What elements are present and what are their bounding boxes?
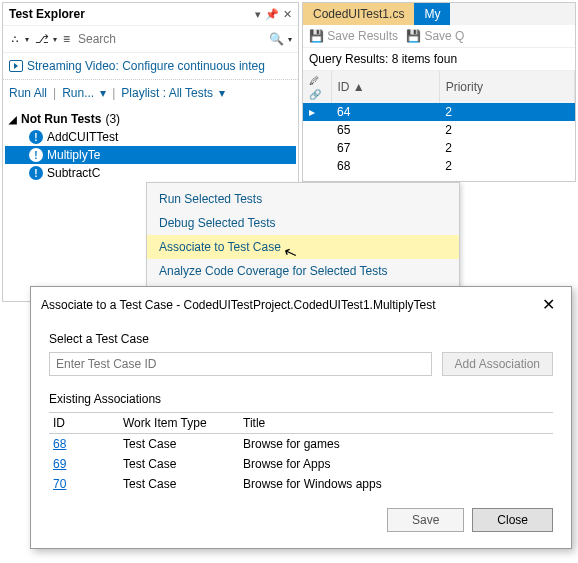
video-icon <box>9 60 23 72</box>
close-button[interactable]: Close <box>472 508 553 532</box>
menu-debug-selected[interactable]: Debug Selected Tests <box>147 211 459 235</box>
tab-my[interactable]: My <box>414 3 450 25</box>
test-item[interactable]: ! AddCUITTest <box>5 128 296 146</box>
playlist-link[interactable]: Playlist : All Tests <box>121 86 213 100</box>
search-icon[interactable]: 🔍 <box>269 32 284 46</box>
save-results-button[interactable]: 💾 Save Results <box>309 29 398 43</box>
work-item-link[interactable]: 70 <box>53 477 66 491</box>
table-row[interactable]: ▸642 <box>303 103 575 121</box>
table-row[interactable]: 69Test CaseBrowse for Apps <box>49 454 553 474</box>
chevron-down-icon[interactable]: ▾ <box>219 86 225 100</box>
test-tree: ◢ Not Run Tests (3) ! AddCUITTest ! Mult… <box>3 106 298 186</box>
sort-asc-icon: ▲ <box>353 80 365 94</box>
dialog-footer: Save Close <box>49 508 553 532</box>
table-row[interactable]: 672 <box>303 139 575 157</box>
associate-dialog: Associate to a Test Case - CodedUITestPr… <box>30 286 572 549</box>
column-id[interactable]: ID ▲ <box>331 71 439 103</box>
info-icon: ! <box>29 130 43 144</box>
toolbar: ⛬▾ ⎇▾ ≡ 🔍 ▾ <box>3 26 298 53</box>
test-group-header[interactable]: ◢ Not Run Tests (3) <box>5 110 296 128</box>
table-row[interactable]: 70Test CaseBrowse for Windows apps <box>49 474 553 494</box>
save-icon: 💾 <box>406 29 421 43</box>
work-item-link[interactable]: 69 <box>53 457 66 471</box>
info-icon: ! <box>29 166 43 180</box>
column-id[interactable]: ID <box>49 413 119 434</box>
group-by-icon[interactable]: ⛬ <box>9 32 21 46</box>
query-summary: Query Results: 8 items foun <box>303 48 575 71</box>
query-toolbar: 💾 Save Results 💾 Save Q <box>303 25 575 48</box>
associations-table: ID Work Item Type Title 68Test CaseBrows… <box>49 412 553 494</box>
results-grid: 🖉 🔗 ID ▲ Priority ▸642 652 672 682 <box>303 71 575 175</box>
close-icon[interactable]: ✕ <box>536 295 561 314</box>
save-button[interactable]: Save <box>387 508 464 532</box>
playlist-icon[interactable]: ≡ <box>63 32 70 46</box>
table-row[interactable]: 652 <box>303 121 575 139</box>
panel-title: Test Explorer <box>9 7 251 21</box>
query-results-panel: CodedUITest1.cs My 💾 Save Results 💾 Save… <box>302 2 576 182</box>
dropdown-icon[interactable]: ▾ <box>255 8 261 21</box>
column-title[interactable]: Title <box>239 413 553 434</box>
document-tabs: CodedUITest1.cs My <box>303 3 575 25</box>
column-type[interactable]: Work Item Type <box>119 413 239 434</box>
panel-titlebar: Test Explorer ▾ 📌 ✕ <box>3 3 298 26</box>
chevron-down-icon[interactable]: ▾ <box>100 86 106 100</box>
run-link[interactable]: Run... <box>62 86 94 100</box>
tab-codeduitest[interactable]: CodedUITest1.cs <box>303 3 414 25</box>
pin-icon[interactable]: 📌 <box>265 8 279 21</box>
link-icon: 🖉 🔗 <box>309 75 321 100</box>
dialog-titlebar: Associate to a Test Case - CodedUITestPr… <box>31 287 571 322</box>
close-icon[interactable]: ✕ <box>283 8 292 21</box>
existing-associations-label: Existing Associations <box>49 392 553 406</box>
menu-analyze-coverage[interactable]: Analyze Code Coverage for Selected Tests <box>147 259 459 283</box>
table-row[interactable]: 68Test CaseBrowse for games <box>49 434 553 455</box>
expand-icon: ◢ <box>9 114 17 125</box>
run-bar: Run All | Run... ▾ | Playlist : All Test… <box>3 80 298 106</box>
work-item-link[interactable]: 68 <box>53 437 66 451</box>
column-priority[interactable]: Priority <box>439 71 574 103</box>
info-icon: ! <box>29 148 43 162</box>
save-query-button[interactable]: 💾 Save Q <box>406 29 464 43</box>
test-case-id-input[interactable] <box>49 352 432 376</box>
select-test-case-label: Select a Test Case <box>49 332 553 346</box>
dialog-title: Associate to a Test Case - CodedUITestPr… <box>41 298 536 312</box>
save-icon: 💾 <box>309 29 324 43</box>
menu-run-selected[interactable]: Run Selected Tests <box>147 187 459 211</box>
table-row[interactable]: 682 <box>303 157 575 175</box>
run-all-link[interactable]: Run All <box>9 86 47 100</box>
test-item-selected[interactable]: ! MultiplyTe <box>5 146 296 164</box>
menu-associate-test-case[interactable]: Associate to Test Case <box>147 235 459 259</box>
search-input[interactable] <box>76 30 263 48</box>
hierarchy-icon[interactable]: ⎇ <box>35 32 49 46</box>
test-item[interactable]: ! SubtractC <box>5 164 296 182</box>
add-association-button[interactable]: Add Association <box>442 352 553 376</box>
streaming-video-link[interactable]: Streaming Video: Configure continuous in… <box>3 53 298 80</box>
